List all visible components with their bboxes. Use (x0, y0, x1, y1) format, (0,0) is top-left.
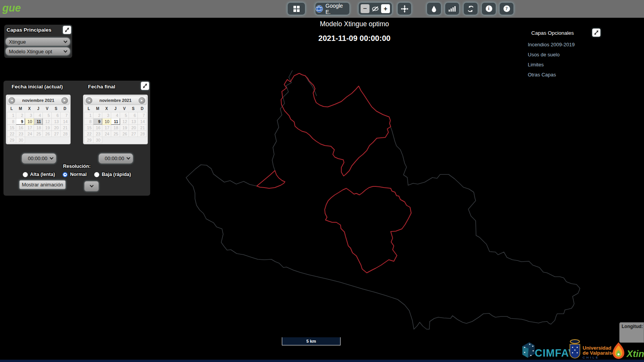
expand-panel-button[interactable] (63, 26, 71, 34)
layer-group-select[interactable]: Xtingue (5, 37, 70, 46)
info-button[interactable]: i (482, 3, 496, 15)
highlight-polygon-south (325, 186, 411, 273)
end-date-calendar[interactable]: ◄noviembre 2021►LMXJVSD12345678910111213… (83, 95, 148, 144)
calendar-day[interactable]: 3 (102, 112, 111, 118)
calendar-day[interactable]: 26 (43, 131, 52, 137)
uv-shield-icon (568, 339, 581, 359)
layer-link[interactable]: Otras Capas (528, 72, 575, 78)
calendar-day[interactable]: 1 (85, 112, 93, 118)
calendar-day[interactable]: 28 (138, 131, 147, 137)
calendar-day[interactable]: 17 (102, 125, 111, 131)
calendar-day[interactable]: 29 (7, 137, 16, 143)
calendar-day[interactable]: 26 (120, 131, 129, 137)
calendar-day[interactable]: 6 (129, 112, 138, 118)
calendar-day[interactable]: 24 (25, 131, 34, 137)
pan-button[interactable] (398, 3, 411, 15)
calendar-day[interactable]: 21 (61, 125, 69, 131)
calendar-day[interactable]: 2 (16, 112, 25, 118)
calendar-day[interactable]: 7 (138, 112, 147, 118)
radio-normal[interactable]: Normal (63, 172, 86, 177)
calendar-month-label: noviembre 2021 (85, 98, 146, 103)
layer-link[interactable]: Incendios 2009-2019 (528, 42, 575, 47)
calendar-day[interactable]: 19 (120, 125, 129, 131)
calendar-day[interactable]: 5 (43, 112, 52, 118)
calendar-day[interactable]: 6 (52, 112, 61, 118)
calendar-day[interactable]: 15 (85, 125, 93, 131)
layer-link[interactable]: Usos de suelo (528, 52, 575, 58)
calendar-day[interactable]: 14 (138, 118, 147, 125)
calendar-day[interactable]: 4 (111, 112, 120, 118)
calendar-day[interactable]: 22 (85, 131, 93, 137)
calendar-next-button[interactable]: ► (139, 97, 145, 104)
calendar-day[interactable]: 14 (61, 118, 69, 125)
calendar-day[interactable]: 30 (16, 137, 25, 143)
calendar-day[interactable]: 30 (93, 137, 102, 143)
calendar-next-button[interactable]: ► (61, 97, 68, 104)
calendar-day[interactable]: 11 (34, 118, 43, 125)
calendar-day[interactable]: 27 (52, 131, 61, 137)
day-header: X (102, 106, 111, 112)
calendar-day[interactable]: 28 (61, 131, 69, 137)
calendar-day[interactable]: 13 (129, 118, 138, 125)
show-animation-button[interactable]: Mostrar animación (19, 180, 66, 189)
calendar-day[interactable]: 8 (7, 118, 16, 125)
calendar-day[interactable]: 2 (93, 112, 102, 118)
calendar-day[interactable]: 20 (52, 125, 61, 131)
calendar-day[interactable]: 15 (7, 125, 16, 131)
map-timestamp: 2021-11-09 00:00:00 (319, 34, 391, 43)
calendar-day[interactable]: 19 (43, 125, 52, 131)
calendar-day[interactable]: 10 (25, 118, 34, 125)
calendar-day[interactable]: 16 (93, 125, 102, 131)
calendar-day[interactable]: 1 (7, 112, 16, 118)
calendar-day[interactable]: 25 (34, 131, 43, 137)
calendar-day[interactable]: 10 (102, 118, 111, 125)
calendar-day[interactable]: 17 (25, 125, 34, 131)
hydrant-button[interactable] (427, 3, 441, 15)
resolution-label: Resolución: (3, 164, 150, 169)
start-time-select[interactable]: 00:00:00 (22, 153, 56, 164)
calendar-day[interactable]: 8 (85, 118, 93, 125)
plus-button[interactable]: + (381, 4, 390, 13)
layer-model-select[interactable]: Modelo Xtingue opt (5, 47, 70, 56)
radio-alta[interactable]: Alta (lenta) (23, 172, 55, 177)
calendar-day[interactable]: 25 (111, 131, 120, 137)
calendar-day[interactable]: 18 (111, 125, 120, 131)
calendar-day[interactable]: 9 (93, 118, 102, 125)
calendar-day[interactable]: 13 (52, 118, 61, 125)
calendar-day[interactable]: 24 (102, 131, 111, 137)
radio-baja[interactable]: Baja (rápida) (94, 172, 131, 177)
calendar-day[interactable]: 29 (85, 137, 93, 143)
calendar-day[interactable]: 21 (138, 125, 147, 131)
expand-panel-button[interactable] (592, 29, 600, 37)
statistics-button[interactable] (445, 3, 459, 15)
calendar-day[interactable]: 12 (120, 118, 129, 125)
calendar-day[interactable]: 23 (93, 131, 102, 137)
calendar-day[interactable]: 16 (16, 125, 25, 131)
start-date-calendar[interactable]: ◄noviembre 2021►LMXJVSD12345678910111213… (6, 95, 71, 144)
calendar-day[interactable]: 20 (129, 125, 138, 131)
region-boundary-main (186, 127, 580, 329)
calendar-day[interactable]: 27 (129, 131, 138, 137)
end-time-select[interactable]: 00:00:00 (98, 153, 133, 164)
expand-panel-button[interactable] (141, 82, 149, 90)
calendar-day[interactable]: 5 (120, 112, 129, 118)
help-button[interactable]: ? (500, 3, 514, 15)
calendar-day[interactable]: 23 (16, 131, 25, 137)
expand-icon (594, 30, 599, 35)
animation-speed-select[interactable] (84, 181, 99, 191)
layer-link[interactable]: Limites (528, 62, 575, 68)
calendar-day[interactable]: 4 (34, 112, 43, 118)
basemap-google-button[interactable]: Google E. (315, 3, 349, 15)
day-header: L (7, 106, 16, 112)
calendar-day[interactable]: 3 (25, 112, 34, 118)
calendar-day[interactable]: 22 (7, 131, 16, 137)
calendar-day[interactable]: 12 (43, 118, 52, 125)
refresh-button[interactable] (464, 3, 478, 15)
calendar-day[interactable]: 9 (16, 118, 25, 125)
layers-grid-button[interactable] (288, 3, 305, 15)
calendar-day[interactable]: 11 (111, 118, 120, 125)
eye-hidden-icon[interactable] (371, 5, 379, 12)
minus-button[interactable]: − (361, 4, 369, 13)
calendar-day[interactable]: 18 (34, 125, 43, 131)
calendar-day[interactable]: 7 (61, 112, 69, 118)
